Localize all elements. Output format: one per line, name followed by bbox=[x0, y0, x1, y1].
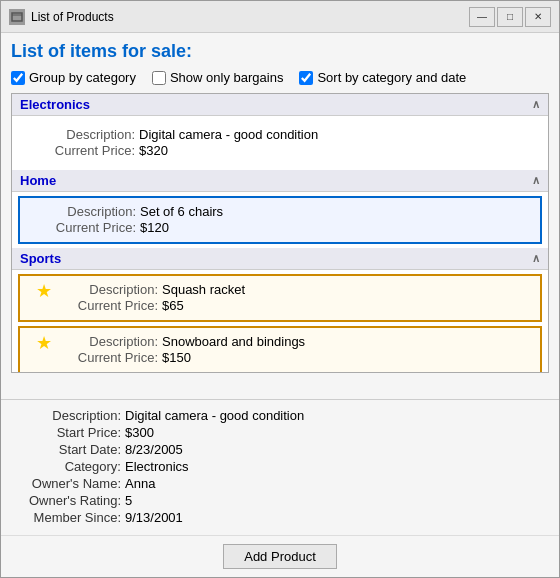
show-only-bargains-checkbox[interactable] bbox=[152, 71, 166, 85]
toolbar: Group by category Show only bargains Sor… bbox=[11, 70, 549, 85]
list-item[interactable]: ★Description:Snowboard and bindingsCurre… bbox=[18, 326, 542, 373]
sort-by-label[interactable]: Sort by category and date bbox=[299, 70, 466, 85]
detail-owner-rating: 5 bbox=[125, 493, 132, 508]
item-price: $150 bbox=[162, 350, 191, 365]
start-date-label: Start Date: bbox=[11, 442, 121, 457]
category-name: Electronics bbox=[20, 97, 90, 112]
content-area: List of items for sale: Group by categor… bbox=[1, 33, 559, 399]
detail-category: Electronics bbox=[125, 459, 189, 474]
titlebar: List of Products — □ ✕ bbox=[1, 1, 559, 33]
item-description: Set of 6 chairs bbox=[140, 204, 223, 219]
group-by-category-text: Group by category bbox=[29, 70, 136, 85]
item-price-label: Current Price: bbox=[58, 298, 158, 313]
item-price-label: Current Price: bbox=[36, 220, 136, 235]
collapse-button[interactable]: ∧ bbox=[532, 174, 540, 187]
main-window: List of Products — □ ✕ List of items for… bbox=[0, 0, 560, 578]
bargain-star-icon: ★ bbox=[36, 282, 52, 300]
category-header: Electronics∧ bbox=[12, 94, 548, 116]
sort-by-text: Sort by category and date bbox=[317, 70, 466, 85]
group-by-category-checkbox[interactable] bbox=[11, 71, 25, 85]
detail-member-since: 9/13/2001 bbox=[125, 510, 183, 525]
collapse-button[interactable]: ∧ bbox=[532, 252, 540, 265]
show-only-bargains-label[interactable]: Show only bargains bbox=[152, 70, 283, 85]
item-details: Description:Set of 6 chairsCurrent Price… bbox=[36, 204, 524, 236]
item-desc-label: Description: bbox=[36, 204, 136, 219]
item-price-label: Current Price: bbox=[58, 350, 158, 365]
list-item[interactable]: Description:Digital camera - good condit… bbox=[18, 120, 542, 166]
item-description: Snowboard and bindings bbox=[162, 334, 305, 349]
collapse-button[interactable]: ∧ bbox=[532, 98, 540, 111]
item-price: $120 bbox=[140, 220, 169, 235]
window-controls: — □ ✕ bbox=[469, 7, 551, 27]
bargain-star-icon: ★ bbox=[36, 334, 52, 352]
item-description: Digital camera - good condition bbox=[139, 127, 318, 142]
svg-rect-0 bbox=[12, 13, 22, 21]
list-item[interactable]: ★Description:Squash racketCurrent Price:… bbox=[18, 274, 542, 322]
item-price-label: Current Price: bbox=[35, 143, 135, 158]
member-since-label: Member Since: bbox=[11, 510, 121, 525]
item-desc-label: Description: bbox=[58, 334, 158, 349]
list-item[interactable]: Description:Set of 6 chairsCurrent Price… bbox=[18, 196, 542, 244]
item-details: Description:Digital camera - good condit… bbox=[35, 127, 525, 159]
detail-panel: Description: Digital camera - good condi… bbox=[1, 399, 559, 535]
detail-owner-name: Anna bbox=[125, 476, 155, 491]
owner-rating-label: Owner's Rating: bbox=[11, 493, 121, 508]
category-header: Sports∧ bbox=[12, 248, 548, 270]
category-label: Category: bbox=[11, 459, 121, 474]
item-description: Squash racket bbox=[162, 282, 245, 297]
maximize-button[interactable]: □ bbox=[497, 7, 523, 27]
group-by-category-label[interactable]: Group by category bbox=[11, 70, 136, 85]
category-header: Home∧ bbox=[12, 170, 548, 192]
show-only-bargains-text: Show only bargains bbox=[170, 70, 283, 85]
item-desc-label: Description: bbox=[35, 127, 135, 142]
item-details: Description:Snowboard and bindingsCurren… bbox=[58, 334, 524, 366]
window-icon bbox=[9, 9, 25, 25]
detail-start-date: 8/23/2005 bbox=[125, 442, 183, 457]
start-price-label: Start Price: bbox=[11, 425, 121, 440]
window-title: List of Products bbox=[31, 10, 469, 24]
category-name: Sports bbox=[20, 251, 61, 266]
category-name: Home bbox=[20, 173, 56, 188]
bottom-bar: Add Product bbox=[1, 535, 559, 577]
detail-description: Digital camera - good condition bbox=[125, 408, 304, 423]
minimize-button[interactable]: — bbox=[469, 7, 495, 27]
product-list[interactable]: Electronics∧Description:Digital camera -… bbox=[11, 93, 549, 373]
item-price: $65 bbox=[162, 298, 184, 313]
detail-start-price: $300 bbox=[125, 425, 154, 440]
sort-by-checkbox[interactable] bbox=[299, 71, 313, 85]
item-price: $320 bbox=[139, 143, 168, 158]
desc-label: Description: bbox=[11, 408, 121, 423]
add-product-button[interactable]: Add Product bbox=[223, 544, 337, 569]
owner-name-label: Owner's Name: bbox=[11, 476, 121, 491]
item-details: Description:Squash racketCurrent Price:$… bbox=[58, 282, 524, 314]
close-button[interactable]: ✕ bbox=[525, 7, 551, 27]
page-title: List of items for sale: bbox=[11, 41, 549, 62]
item-desc-label: Description: bbox=[58, 282, 158, 297]
